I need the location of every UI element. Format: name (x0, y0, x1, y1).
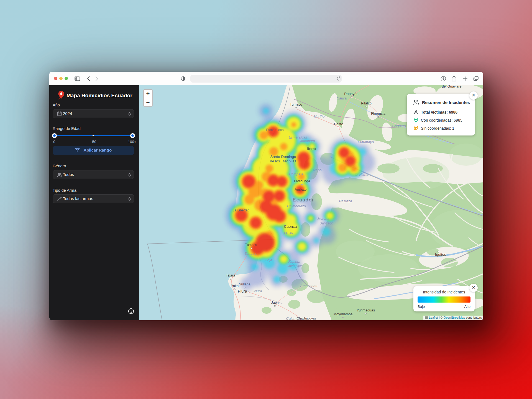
svg-text:Tumbes: Tumbes (244, 252, 257, 256)
svg-text:Tumbes: Tumbes (245, 243, 257, 247)
svg-text:Ibarra: Ibarra (307, 147, 316, 151)
svg-text:Esmeraldas: Esmeraldas (289, 135, 307, 139)
svg-text:Florencia: Florencia (371, 112, 385, 116)
svg-text:Imbabura: Imbabura (300, 139, 315, 143)
svg-text:Jaén: Jaén (271, 301, 278, 305)
svg-text:Zamora: Zamora (288, 260, 300, 264)
svg-text:Loja: Loja (265, 258, 272, 262)
svg-text:Yurimaguas: Yurimaguas (357, 308, 375, 312)
svg-text:Esmeraldas: Esmeraldas (266, 128, 283, 132)
svg-text:Pastaza: Pastaza (339, 199, 352, 203)
svg-text:Caquetá: Caquetá (392, 124, 406, 128)
svg-text:Ambato: Ambato (295, 188, 306, 191)
svg-text:Putumayo: Putumayo (358, 140, 374, 144)
svg-text:Cauca: Cauca (337, 96, 347, 100)
svg-text:Pitalito: Pitalito (361, 101, 372, 105)
svg-text:Cuenca: Cuenca (284, 224, 297, 229)
svg-text:Azuay: Azuay (283, 231, 293, 235)
svg-text:Ecuador: Ecuador (293, 197, 314, 203)
svg-text:Chimborazo: Chimborazo (287, 204, 306, 208)
svg-text:Pasto: Pasto (334, 122, 343, 126)
svg-text:Moyobamba: Moyobamba (334, 312, 353, 316)
svg-text:Cajamarca: Cajamarca (286, 316, 304, 320)
svg-text:Paita: Paita (231, 284, 239, 288)
svg-text:La Libertad: La Libertad (233, 208, 249, 212)
svg-text:Tumaco: Tumaco (290, 103, 302, 106)
svg-text:Talara: Talara (226, 273, 235, 277)
svg-text:Chinchipe: Chinchipe (287, 264, 302, 268)
svg-text:Iquitos: Iquitos (435, 252, 446, 257)
svg-text:Nariño: Nariño (314, 114, 324, 119)
svg-text:Santo Domingo: Santo Domingo (270, 155, 296, 159)
svg-text:Santiago: Santiago (319, 221, 333, 225)
svg-text:Morona: Morona (318, 217, 329, 221)
svg-text:Amazonas: Amazonas (300, 284, 317, 288)
svg-text:del Guaviare: del Guaviare (442, 85, 462, 88)
svg-text:de los Tsáchilas: de los Tsáchilas (270, 159, 296, 163)
svg-text:Popayán: Popayán (344, 92, 358, 96)
svg-text:Cotopaxi: Cotopaxi (289, 172, 303, 176)
svg-text:Latacunga: Latacunga (294, 179, 310, 183)
svg-text:Piura: Piura (254, 289, 262, 293)
